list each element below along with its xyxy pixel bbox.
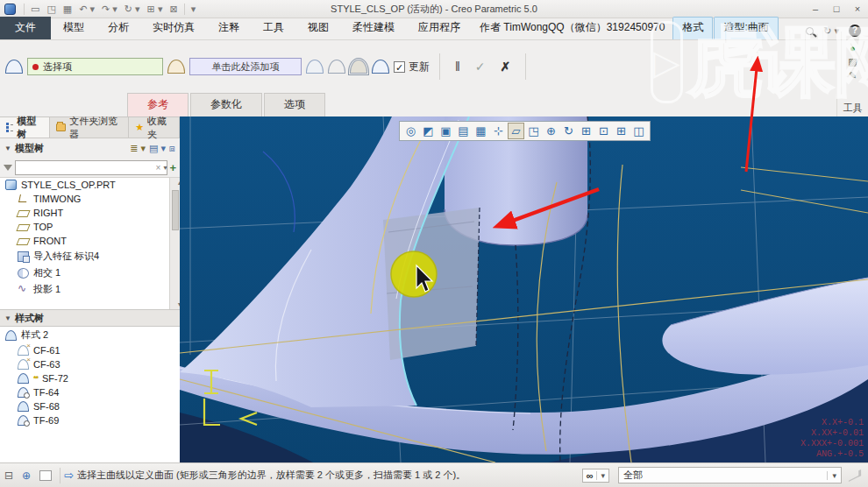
tab-model-tree[interactable]: 模型树 xyxy=(0,117,50,138)
filter-icon[interactable] xyxy=(4,165,12,171)
zoom-in-icon[interactable]: ◎ xyxy=(402,123,419,139)
view-manager-icon[interactable]: ▤ xyxy=(455,123,472,139)
tree-item-cf63[interactable]: CF-63 xyxy=(0,357,180,371)
maximize-button[interactable]: □ xyxy=(826,2,847,17)
tree-columns-icon[interactable]: ⧈ xyxy=(169,143,175,154)
app-logo-icon[interactable] xyxy=(4,4,16,15)
model-tree-scrollbar[interactable]: ▲▼ xyxy=(169,178,180,309)
plane-display-icon[interactable]: ▱ xyxy=(508,123,524,139)
browser-icon[interactable]: ⊕ xyxy=(18,469,35,482)
close-button[interactable]: × xyxy=(847,2,868,17)
fullscreen-toggle-icon[interactable] xyxy=(39,470,52,481)
add-filter-icon[interactable]: + xyxy=(169,161,176,174)
window-settings-icon[interactable]: ⊞ ▾ xyxy=(144,4,167,15)
tree-search-input[interactable] xyxy=(15,160,167,175)
annotation-display-icon[interactable]: ◳ xyxy=(525,123,542,139)
primary-curve-collector[interactable]: 选择项 xyxy=(27,58,163,75)
tab-style-surface[interactable]: 造型:曲面 xyxy=(714,17,778,39)
redo-icon[interactable]: ↷ ▾ xyxy=(98,4,121,15)
cross-curve-icon xyxy=(167,60,185,74)
tree-item-plane-right[interactable]: RIGHT xyxy=(0,206,180,220)
tree-item-csys[interactable]: TIMWONG xyxy=(0,192,180,206)
tab-file[interactable]: 文件 xyxy=(0,17,51,39)
pause-button[interactable]: ‖ xyxy=(450,60,466,74)
tree-item-plane-top[interactable]: TOP xyxy=(0,220,180,234)
perspective-icon[interactable]: ⊡ xyxy=(595,123,612,139)
clear-search-icon[interactable]: × xyxy=(156,163,161,173)
new-icon[interactable]: ▭ xyxy=(27,4,43,15)
display-style-icon[interactable]: ▦ xyxy=(473,123,489,139)
open-icon[interactable]: ◳ xyxy=(43,4,59,15)
customize-toolbar-icon[interactable]: ▾ xyxy=(188,4,200,15)
graphics-toolbar: ◎ ◩ ▣ ▤ ▦ ⊹ ▱ ◳ ⊕ ↻ ⊞ ⊡ ⊞ ◫ xyxy=(399,121,651,141)
tree-item-intersect[interactable]: 相交 1 xyxy=(0,265,180,281)
update-checkbox[interactable]: ✓ xyxy=(394,61,405,73)
grid-toggle-icon[interactable]: ⊞ xyxy=(578,123,594,139)
saved-views-icon[interactable]: ▣ xyxy=(438,123,454,139)
resize-grip[interactable] xyxy=(849,469,861,481)
tab-live-sim[interactable]: 实时仿真 xyxy=(141,17,206,39)
tree-item-part[interactable]: STYLE_CLS_OP.PRT xyxy=(0,178,180,192)
tree-item-plane-front[interactable]: FRONT xyxy=(0,234,180,248)
csys-display-icon[interactable]: ⊕ xyxy=(543,123,559,139)
tab-view[interactable]: 视图 xyxy=(296,17,340,39)
tab-tools[interactable]: 工具 xyxy=(252,17,295,39)
trim-option-icon[interactable] xyxy=(372,60,389,74)
navigator-toggle-icon[interactable]: ⊟ xyxy=(0,469,18,482)
tree-item-project[interactable]: 投影 1 xyxy=(0,281,180,298)
spin-center-icon[interactable]: ↻ xyxy=(560,123,577,139)
subtab-parametric[interactable]: 参数化 xyxy=(190,93,262,116)
selection-filter-dropdown[interactable]: 全部 ▾ xyxy=(618,467,842,483)
viewport-3d-canvas[interactable]: X.X+-0.1 X.XX+-0.01 X.XXX+-0.001 ANG.+-0… xyxy=(180,116,868,462)
collector-value: 选择项 xyxy=(43,60,72,74)
ok-button[interactable]: ✓ xyxy=(470,60,491,74)
tab-annotate[interactable]: 注释 xyxy=(207,17,251,39)
modified-flag: ** xyxy=(33,374,38,383)
save-icon[interactable]: ▦ xyxy=(60,4,75,15)
minimize-button[interactable]: – xyxy=(805,2,826,17)
tab-format[interactable]: 格式 xyxy=(672,17,713,39)
tree-item-tf64[interactable]: TF-64 xyxy=(0,385,180,399)
tree-display-icon[interactable]: ▤ ▾ xyxy=(149,143,166,154)
primary-curve-icon xyxy=(5,60,23,74)
boundary-surface-icon[interactable] xyxy=(350,60,367,74)
tab-favorites[interactable]: ★ 收藏夹 xyxy=(129,117,180,138)
graphics-area[interactable]: X.X+-0.1 X.XX+-0.01 X.XXX+-0.001 ANG.+-0… xyxy=(180,116,868,462)
loft-surface-icon[interactable] xyxy=(306,60,324,74)
sketch-tool-icon[interactable]: ✎ xyxy=(837,70,868,81)
collapse-icon[interactable]: ▼ xyxy=(4,145,11,152)
update-option[interactable]: ✓ 更新 xyxy=(394,60,430,74)
search-icon[interactable] xyxy=(806,27,814,35)
subtab-options[interactable]: 选项 xyxy=(264,93,325,116)
datum-display-icon[interactable]: ⊹ xyxy=(490,123,507,139)
tab-applications[interactable]: 应用程序 xyxy=(407,17,472,39)
subtab-references[interactable]: 参考 xyxy=(127,93,189,116)
regenerate-icon[interactable]: ↻ ▾ xyxy=(121,4,144,15)
tree-item-tf69[interactable]: TF-69 xyxy=(0,413,180,427)
mirror-icon[interactable]: ◫ xyxy=(630,123,647,139)
tree-item-import-feature[interactable]: 导入特征 标识4 xyxy=(0,248,180,265)
tab-model-tree-label: 模型树 xyxy=(17,115,43,141)
search-dropdown-icon[interactable]: ▾ xyxy=(163,164,167,172)
model-tree-list: STYLE_CLS_OP.PRT TIMWONG RIGHT TOP FRONT… xyxy=(0,177,180,309)
tree-tools-icon[interactable]: ≣ ▾ xyxy=(130,143,146,154)
tab-model[interactable]: 模型 xyxy=(52,17,96,39)
tree-item-sf68[interactable]: SF-68 xyxy=(0,399,180,413)
close-window-icon[interactable]: ⊠ xyxy=(166,4,181,15)
grid-tool-icon[interactable]: ▨ xyxy=(837,56,868,67)
tree-item-sf72[interactable]: **SF-72 xyxy=(0,371,180,385)
find-dropdown-icon[interactable]: ▾ xyxy=(596,471,605,480)
find-tool[interactable]: ∞ ▾ xyxy=(582,469,609,483)
sync-icon[interactable]: ↻ ▾ xyxy=(820,25,843,37)
window-icon[interactable]: ⊞ xyxy=(613,123,630,139)
help-icon[interactable]: ? xyxy=(849,25,861,37)
cross-curve-collector[interactable]: 单击此处添加项 xyxy=(189,58,302,75)
tab-analysis[interactable]: 分析 xyxy=(96,17,140,39)
collapse-icon[interactable]: ▼ xyxy=(4,314,11,322)
tab-flexible-modeling[interactable]: 柔性建模 xyxy=(341,17,406,39)
undo-icon[interactable]: ↶ ▾ xyxy=(75,4,98,15)
tab-folder-browser[interactable]: 文件夹浏览器 xyxy=(50,117,129,138)
refit-icon[interactable]: ◩ xyxy=(420,123,437,139)
cancel-button[interactable]: ✗ xyxy=(495,60,516,74)
sweep-surface-icon[interactable] xyxy=(328,60,345,74)
